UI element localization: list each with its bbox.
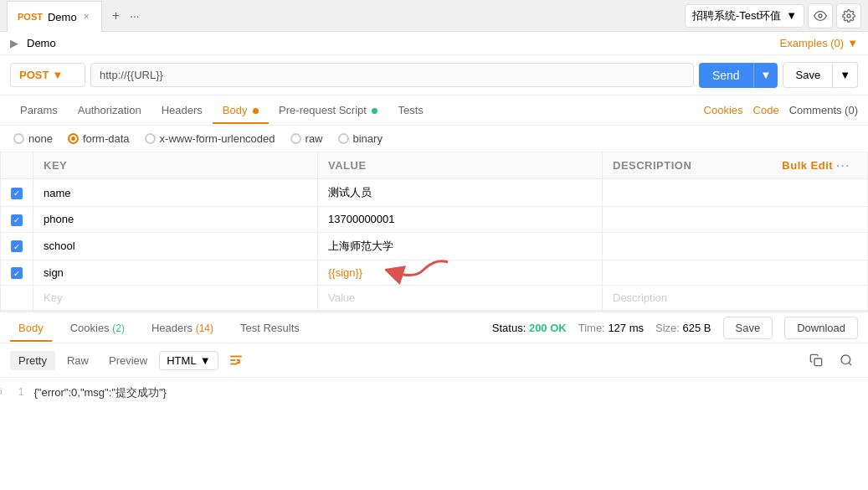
tab-authorization[interactable]: Authorization bbox=[68, 97, 152, 123]
method-label: POST bbox=[19, 69, 49, 81]
status-area: Status: 200 OK Time: 127 ms Size: 625 B … bbox=[492, 317, 858, 339]
description-cell[interactable] bbox=[603, 179, 868, 207]
bulk-edit-button[interactable]: Bulk Edit bbox=[782, 159, 833, 172]
radio-form-data[interactable]: form-data bbox=[68, 132, 130, 145]
table-more-icon[interactable]: ··· bbox=[836, 159, 850, 172]
tab-params[interactable]: Params bbox=[10, 97, 68, 123]
row-checkbox[interactable]: ✓ bbox=[1, 232, 33, 260]
body-options: none form-data x-www-form-urlencoded raw… bbox=[0, 126, 868, 152]
description-column-header: DESCRIPTION ··· Bulk Edit bbox=[603, 152, 868, 179]
tab-tests[interactable]: Tests bbox=[388, 97, 433, 123]
response-bar: Body Cookies (2) Headers (14) Test Resul… bbox=[0, 312, 868, 343]
format-dropdown-icon: ▼ bbox=[200, 354, 211, 367]
copy-button[interactable] bbox=[804, 348, 828, 372]
tab-demo[interactable]: POST Demo × bbox=[7, 1, 102, 32]
resp-tab-cookies[interactable]: Cookies (2) bbox=[62, 315, 133, 341]
radio-binary[interactable]: binary bbox=[338, 132, 383, 145]
fmt-tab-preview[interactable]: Preview bbox=[100, 351, 156, 370]
new-tab-button[interactable]: + bbox=[105, 8, 126, 23]
svg-point-0 bbox=[819, 14, 822, 18]
row-checkbox[interactable]: ✓ bbox=[1, 260, 33, 286]
environment-selector[interactable]: 招聘系统-Test环值 ▼ bbox=[685, 4, 804, 28]
save-button[interactable]: Save bbox=[783, 62, 833, 88]
checkbox-icon[interactable]: ✓ bbox=[11, 214, 23, 226]
value-cell[interactable]: {{sign}} bbox=[318, 260, 603, 286]
checkbox-icon[interactable]: ✓ bbox=[11, 240, 23, 252]
wrap-icon[interactable] bbox=[229, 353, 244, 368]
resp-tab-headers[interactable]: Headers (14) bbox=[143, 315, 222, 341]
request-tabs: Params Authorization Headers Body Pre-re… bbox=[0, 95, 868, 126]
value-column-header: VALUE bbox=[318, 152, 603, 179]
format-selector[interactable]: HTML ▼ bbox=[159, 351, 218, 370]
form-data-table-wrapper: KEY VALUE DESCRIPTION ··· Bulk Edit ✓ bbox=[0, 152, 868, 312]
radio-urlencoded[interactable]: x-www-form-urlencoded bbox=[145, 132, 275, 145]
new-value-cell[interactable]: Value bbox=[318, 286, 603, 311]
save-dropdown-button[interactable]: ▼ bbox=[833, 62, 858, 88]
method-dropdown-icon: ▼ bbox=[52, 69, 63, 81]
svg-point-1 bbox=[847, 14, 850, 18]
comments-link[interactable]: Comments (0) bbox=[789, 104, 858, 116]
description-cell[interactable] bbox=[603, 207, 868, 233]
description-cell[interactable] bbox=[603, 232, 868, 260]
tab-pre-request-script[interactable]: Pre-request Script bbox=[269, 97, 388, 123]
table-row: ✓ phone 13700000001 bbox=[1, 207, 867, 233]
description-cell[interactable] bbox=[603, 260, 868, 286]
response-download-button[interactable]: Download bbox=[784, 317, 858, 339]
response-save-button[interactable]: Save bbox=[723, 317, 773, 339]
body-dot-indicator bbox=[253, 108, 259, 114]
radio-none[interactable]: none bbox=[13, 132, 53, 145]
tab-headers[interactable]: Headers bbox=[152, 97, 213, 123]
cookies-link[interactable]: Cookies bbox=[704, 104, 743, 116]
fmt-tab-raw[interactable]: Raw bbox=[59, 351, 97, 370]
tab-close-icon[interactable]: × bbox=[82, 9, 91, 24]
send-dropdown-button[interactable]: ▼ bbox=[753, 63, 778, 88]
request-header: ▶ Demo Examples (0) ▼ bbox=[0, 32, 868, 55]
key-cell[interactable]: school bbox=[33, 232, 318, 260]
tab-more-button[interactable]: ··· bbox=[126, 9, 143, 23]
key-column-header: KEY bbox=[33, 152, 318, 179]
checkbox-icon[interactable]: ✓ bbox=[11, 188, 23, 199]
radio-form-data-circle bbox=[68, 133, 79, 144]
value-cell[interactable]: 13700000001 bbox=[318, 207, 603, 233]
value-cell[interactable]: 上海师范大学 bbox=[318, 232, 603, 260]
collapse-arrow-icon[interactable]: ▶ bbox=[10, 37, 18, 49]
eye-button[interactable] bbox=[808, 3, 833, 28]
row-checkbox[interactable]: ✓ bbox=[1, 207, 33, 233]
send-button[interactable]: Send bbox=[699, 63, 753, 88]
new-key-cell[interactable]: Key bbox=[33, 286, 318, 311]
tab-body[interactable]: Body bbox=[213, 97, 269, 123]
code-link[interactable]: Code bbox=[753, 104, 779, 116]
radio-raw-circle bbox=[290, 133, 301, 144]
settings-button[interactable] bbox=[836, 3, 861, 28]
value-cell[interactable]: 测试人员 bbox=[318, 179, 603, 207]
send-btn-group: Send ▼ bbox=[699, 63, 778, 88]
table-row: ✓ sign {{sign}} bbox=[1, 260, 867, 286]
url-bar: POST ▼ Send ▼ Save ▼ bbox=[0, 55, 868, 95]
examples-dropdown-icon: ▼ bbox=[847, 37, 858, 49]
method-select[interactable]: POST ▼ bbox=[10, 63, 85, 87]
examples-link[interactable]: Examples (0) ▼ bbox=[780, 37, 858, 49]
key-cell[interactable]: sign bbox=[33, 260, 318, 286]
req-tabs-right: Cookies Code Comments (0) bbox=[704, 104, 858, 116]
response-format-bar: Pretty Raw Preview HTML ▼ bbox=[0, 343, 868, 378]
row-checkbox[interactable]: ✓ bbox=[1, 179, 33, 207]
fmt-tab-pretty[interactable]: Pretty bbox=[10, 351, 55, 370]
key-cell[interactable]: name bbox=[33, 179, 318, 207]
key-cell[interactable]: phone bbox=[33, 207, 318, 233]
checkbox-icon[interactable]: ✓ bbox=[11, 267, 23, 279]
new-description-cell[interactable]: Description bbox=[603, 286, 868, 311]
radio-raw[interactable]: raw bbox=[290, 132, 323, 145]
tab-name: Demo bbox=[48, 11, 77, 23]
tab-bar-right: 招聘系统-Test环值 ▼ bbox=[685, 3, 861, 28]
resp-tab-body[interactable]: Body bbox=[10, 315, 52, 341]
search-button[interactable] bbox=[835, 348, 858, 372]
request-name-label: Demo bbox=[27, 37, 56, 49]
table-row: ✓ name 测试人员 bbox=[1, 179, 867, 207]
red-arrow-icon bbox=[385, 254, 452, 287]
url-input[interactable] bbox=[90, 63, 694, 87]
tab-method-badge: POST bbox=[18, 12, 43, 22]
resp-tab-test-results[interactable]: Test Results bbox=[232, 315, 308, 341]
check-column-header bbox=[1, 152, 33, 179]
code-area: i 1 {"error":0,"msg":"提交成功"} bbox=[0, 378, 868, 409]
time-label: Time: 127 ms bbox=[578, 322, 644, 334]
